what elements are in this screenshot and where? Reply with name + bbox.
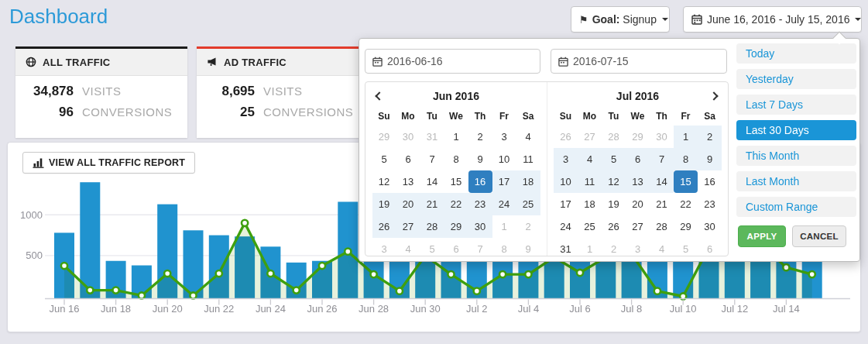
day-cell[interactable]: 2 — [602, 238, 626, 256]
day-cell[interactable]: 31 — [554, 238, 578, 256]
range-option-today[interactable]: Today — [736, 43, 856, 64]
day-cell[interactable]: 6 — [626, 148, 650, 170]
day-cell[interactable]: 16 — [468, 170, 492, 193]
range-option-custom-range[interactable]: Custom Range — [736, 197, 856, 217]
day-cell[interactable]: 3 — [626, 238, 650, 256]
day-cell[interactable]: 28 — [650, 215, 674, 238]
day-cell[interactable]: 2 — [698, 126, 722, 148]
day-cell[interactable]: 9 — [468, 148, 492, 170]
day-cell[interactable]: 6 — [396, 148, 420, 170]
day-cell[interactable]: 23 — [698, 193, 722, 215]
day-cell[interactable]: 1 — [674, 126, 698, 148]
day-cell[interactable]: 14 — [650, 170, 674, 193]
day-cell[interactable]: 26 — [602, 215, 626, 238]
day-cell[interactable]: 13 — [396, 170, 420, 193]
goal-dropdown-button[interactable]: ⚑ Goal: Signup — [571, 6, 670, 33]
day-cell[interactable]: 21 — [650, 193, 674, 215]
day-cell[interactable]: 17 — [492, 170, 516, 193]
day-cell[interactable]: 7 — [650, 148, 674, 170]
day-cell[interactable]: 11 — [578, 170, 602, 193]
day-cell[interactable]: 21 — [420, 193, 444, 215]
day-cell[interactable]: 9 — [516, 238, 540, 256]
day-cell[interactable]: 30 — [650, 126, 674, 148]
day-cell[interactable]: 22 — [444, 193, 468, 215]
range-option-yesterday[interactable]: Yesterday — [736, 69, 856, 89]
day-cell[interactable]: 27 — [626, 215, 650, 238]
day-cell[interactable]: 20 — [626, 193, 650, 215]
day-cell[interactable]: 24 — [554, 215, 578, 238]
day-cell[interactable]: 3 — [492, 126, 516, 148]
day-cell[interactable]: 4 — [396, 238, 420, 256]
cancel-button[interactable]: CANCEL — [792, 225, 846, 247]
day-cell[interactable]: 4 — [650, 238, 674, 256]
day-cell[interactable]: 10 — [554, 170, 578, 193]
day-cell[interactable]: 3 — [554, 148, 578, 170]
day-cell[interactable]: 15 — [444, 170, 468, 193]
day-cell[interactable]: 22 — [674, 193, 698, 215]
day-cell[interactable]: 2 — [468, 126, 492, 148]
apply-button[interactable]: APPLY — [738, 225, 786, 247]
start-date-input[interactable]: 2016-06-16 — [365, 49, 540, 74]
day-cell[interactable]: 27 — [396, 215, 420, 238]
day-cell[interactable]: 16 — [698, 170, 722, 193]
day-cell[interactable]: 11 — [516, 148, 540, 170]
day-cell[interactable]: 13 — [626, 170, 650, 193]
day-cell[interactable]: 5 — [602, 148, 626, 170]
day-cell[interactable]: 2 — [516, 215, 540, 238]
day-cell[interactable]: 20 — [396, 193, 420, 215]
day-cell[interactable]: 1 — [444, 126, 468, 148]
prev-month-icon[interactable] — [375, 91, 383, 100]
day-cell[interactable]: 18 — [578, 193, 602, 215]
day-cell[interactable]: 17 — [554, 193, 578, 215]
day-cell[interactable]: 29 — [372, 126, 396, 148]
day-cell[interactable]: 26 — [372, 215, 396, 238]
day-cell[interactable]: 25 — [578, 215, 602, 238]
day-cell[interactable]: 25 — [516, 193, 540, 215]
day-cell[interactable]: 30 — [698, 215, 722, 238]
day-cell[interactable]: 5 — [674, 238, 698, 256]
day-cell[interactable]: 14 — [420, 170, 444, 193]
day-cell[interactable]: 27 — [578, 126, 602, 148]
day-cell[interactable]: 29 — [626, 126, 650, 148]
day-cell[interactable]: 4 — [516, 126, 540, 148]
day-cell[interactable]: 4 — [578, 148, 602, 170]
end-date-input[interactable]: 2016-07-15 — [551, 49, 727, 74]
day-cell[interactable]: 7 — [468, 238, 492, 256]
day-cell[interactable]: 9 — [698, 148, 722, 170]
view-all-traffic-report-button[interactable]: VIEW ALL TRAFFIC REPORT — [22, 152, 195, 174]
day-cell[interactable]: 30 — [468, 215, 492, 238]
day-cell[interactable]: 8 — [444, 148, 468, 170]
next-month-icon[interactable] — [709, 91, 718, 100]
day-cell[interactable]: 30 — [396, 126, 420, 148]
day-cell[interactable]: 28 — [602, 126, 626, 148]
day-cell[interactable]: 5 — [372, 148, 396, 170]
range-option-last-30-days[interactable]: Last 30 Days — [736, 120, 856, 140]
day-cell[interactable]: 5 — [420, 238, 444, 256]
day-cell[interactable]: 6 — [698, 238, 722, 256]
day-cell[interactable]: 19 — [602, 193, 626, 215]
day-cell[interactable]: 6 — [444, 238, 468, 256]
range-option-last-7-days[interactable]: Last 7 Days — [736, 95, 856, 115]
day-cell[interactable]: 26 — [554, 126, 578, 148]
day-cell[interactable]: 23 — [468, 193, 492, 215]
day-cell[interactable]: 10 — [492, 148, 516, 170]
range-option-last-month[interactable]: Last Month — [736, 171, 856, 191]
day-cell[interactable]: 31 — [420, 126, 444, 148]
day-cell[interactable]: 1 — [492, 215, 516, 238]
day-cell[interactable]: 24 — [492, 193, 516, 215]
day-cell[interactable]: 3 — [372, 238, 396, 256]
day-cell[interactable]: 15 — [674, 170, 698, 193]
range-option-this-month[interactable]: This Month — [736, 146, 856, 166]
day-cell[interactable]: 12 — [372, 170, 396, 193]
day-cell[interactable]: 1 — [578, 238, 602, 256]
day-cell[interactable]: 28 — [420, 215, 444, 238]
day-cell[interactable]: 8 — [674, 148, 698, 170]
day-cell[interactable]: 19 — [372, 193, 396, 215]
day-cell[interactable]: 8 — [492, 238, 516, 256]
day-cell[interactable]: 12 — [602, 170, 626, 193]
date-range-button[interactable]: June 16, 2016 - July 15, 2016 — [683, 6, 862, 33]
day-cell[interactable]: 7 — [420, 148, 444, 170]
day-cell[interactable]: 18 — [516, 170, 540, 193]
day-cell[interactable]: 29 — [674, 215, 698, 238]
day-cell[interactable]: 29 — [444, 215, 468, 238]
